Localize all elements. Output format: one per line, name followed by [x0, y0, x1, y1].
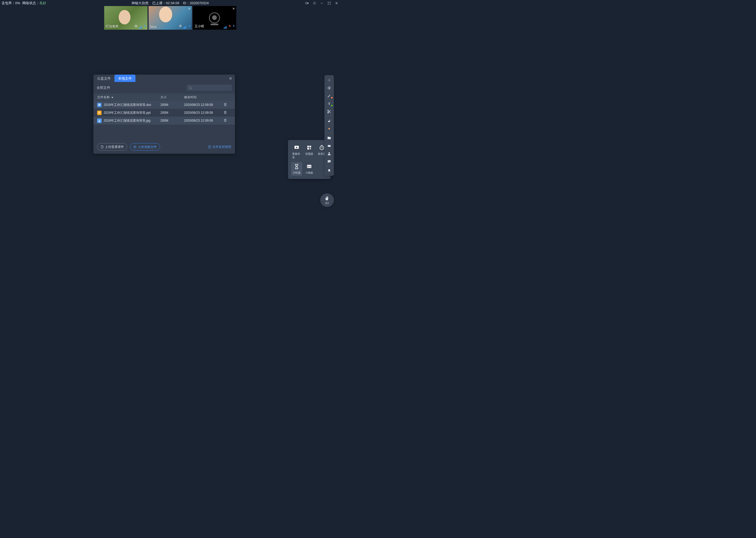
modal-close-icon[interactable]: ✕: [229, 76, 232, 81]
doc-icon: [101, 145, 104, 148]
camera-off-icon: [209, 12, 220, 24]
svg-rect-13: [233, 25, 234, 26]
tool-laser[interactable]: [324, 76, 334, 84]
upload-animated-button[interactable]: 上传动效文件: [130, 143, 160, 150]
tool-folder[interactable]: [324, 134, 334, 142]
file-size: 200M: [161, 119, 184, 123]
file-row[interactable]: P2019年工作汇报情况查询等等.ppt200M2020/06/23 12:09…: [93, 109, 235, 117]
svg-rect-7: [145, 25, 145, 26]
file-size: 200M: [161, 103, 184, 107]
tool-color[interactable]: [324, 125, 334, 133]
svg-point-9: [179, 26, 181, 27]
close-icon[interactable]: [334, 1, 339, 5]
answer-icon: [306, 144, 313, 151]
settings-icon[interactable]: [312, 1, 316, 5]
minimize-icon[interactable]: [320, 1, 324, 5]
file-type-icon: P: [97, 111, 102, 115]
svg-point-28: [329, 80, 330, 81]
delete-icon[interactable]: [223, 103, 227, 106]
tile-close-icon[interactable]: ✕: [232, 7, 235, 11]
room-title: 神秘大自然: [131, 1, 149, 6]
fullscreen-icon[interactable]: [327, 1, 331, 5]
upload-normal-button[interactable]: 上传普通课件: [97, 143, 127, 150]
file-row[interactable]: ▲2019年工作汇报情况查询等等.jpg200M2020/06/23 12:09…: [93, 117, 235, 125]
mic-icon: [188, 24, 191, 28]
participant-name: Nina: [150, 25, 157, 28]
file-modal: 云盘文件 本地文件 ✕ 全部文件 文件名称 大小 修改时间 W2019年工作汇报…: [93, 75, 235, 154]
delete-icon[interactable]: [223, 119, 227, 122]
search-input[interactable]: [187, 84, 232, 91]
participant-name: 叮当老师: [106, 24, 118, 28]
delete-icon[interactable]: [223, 111, 227, 114]
mic-icon: [228, 24, 231, 28]
col-time[interactable]: 修改时间: [184, 95, 223, 100]
tool-answer[interactable]: 答题器: [304, 143, 315, 161]
svg-point-6: [135, 26, 136, 27]
file-time: 2020/06/23 12:09:09: [184, 119, 223, 123]
mic-on-icon: [232, 24, 235, 28]
file-name: 2019年工作汇报情况查询等等.doc: [104, 103, 151, 107]
svg-rect-10: [189, 25, 190, 26]
tab-local-files[interactable]: 本地文件: [115, 75, 135, 82]
tool-screen-share[interactable]: 屏幕共享: [291, 143, 302, 161]
svg-rect-23: [309, 146, 311, 147]
svg-point-14: [189, 87, 191, 89]
tool-scissors[interactable]: [324, 108, 334, 116]
file-time: 2020/06/23 12:09:09: [184, 103, 223, 107]
tool-blackboard[interactable]: 2+3 小黑板: [304, 162, 315, 176]
file-name: 2019年工作汇报情况查询等等.jpg: [104, 119, 150, 123]
video-tile[interactable]: 叮当老师: [104, 6, 148, 30]
raise-hand-button[interactable]: 0/2: [320, 193, 334, 207]
file-formats-link[interactable]: 文件支持类型: [208, 145, 231, 149]
signal-icon: [139, 26, 143, 28]
file-time: 2020/06/23 12:09:09: [184, 111, 223, 115]
mic-icon: [144, 24, 147, 28]
tools-popup: 屏幕共享 答题器 抢答器 计时器 2+3 小黑板: [288, 140, 330, 179]
svg-rect-0: [306, 2, 307, 4]
toolbar: T: [324, 75, 334, 176]
file-row[interactable]: W2019年工作汇报情况查询等等.doc200M2020/06/23 12:09…: [93, 101, 235, 109]
file-type-icon: ▲: [97, 119, 102, 123]
blackboard-icon: 2+3: [306, 163, 313, 170]
tile-close-icon[interactable]: ✕: [188, 7, 191, 11]
raise-hand-count: 0/2: [325, 202, 329, 205]
packet-loss: 丢包率：0%: [2, 1, 20, 6]
signal-icon: [183, 26, 187, 28]
col-filename[interactable]: 文件名称: [97, 95, 161, 100]
signal-icon: [224, 26, 227, 28]
svg-rect-35: [328, 145, 331, 147]
record-icon: [178, 24, 182, 28]
tool-pen[interactable]: [324, 92, 334, 100]
camera-toggle-icon[interactable]: [305, 1, 309, 5]
tool-text[interactable]: T: [324, 100, 334, 108]
svg-point-41: [329, 161, 330, 161]
tool-eraser[interactable]: [324, 117, 334, 125]
info-icon: [208, 145, 211, 149]
svg-point-34: [328, 128, 330, 129]
file-name: 2019年工作汇报情况查询等等.ppt: [104, 111, 151, 115]
tool-chat[interactable]: [324, 158, 334, 166]
room-id: ID：2020070324: [183, 1, 209, 6]
tool-apps[interactable]: [324, 142, 334, 150]
svg-point-20: [210, 146, 210, 146]
tool-bell[interactable]: [324, 167, 334, 175]
video-tile[interactable]: ✕王小明: [193, 6, 236, 30]
tab-cloud-files[interactable]: 云盘文件: [93, 75, 115, 82]
svg-text:2+3: 2+3: [307, 166, 311, 168]
svg-point-31: [328, 112, 329, 113]
tool-move[interactable]: [324, 84, 334, 92]
hand-icon: [324, 196, 330, 201]
svg-rect-24: [307, 148, 309, 149]
tool-participants[interactable]: [324, 150, 334, 158]
svg-rect-37: [329, 145, 329, 146]
table-header: 文件名称 大小 修改时间: [93, 93, 235, 101]
video-tile[interactable]: ✕Nina: [149, 6, 192, 30]
tool-timer[interactable]: 计时器: [291, 162, 302, 176]
topbar: 丢包率：0% 网络状态：良好 神秘大自然 已上课：02:34:09 ID：202…: [0, 0, 340, 6]
svg-rect-36: [328, 145, 329, 146]
svg-point-1: [314, 3, 315, 4]
screen-share-icon: [293, 144, 300, 151]
search-icon: [189, 86, 192, 89]
play-icon: [133, 145, 136, 148]
col-size[interactable]: 大小: [161, 95, 184, 100]
